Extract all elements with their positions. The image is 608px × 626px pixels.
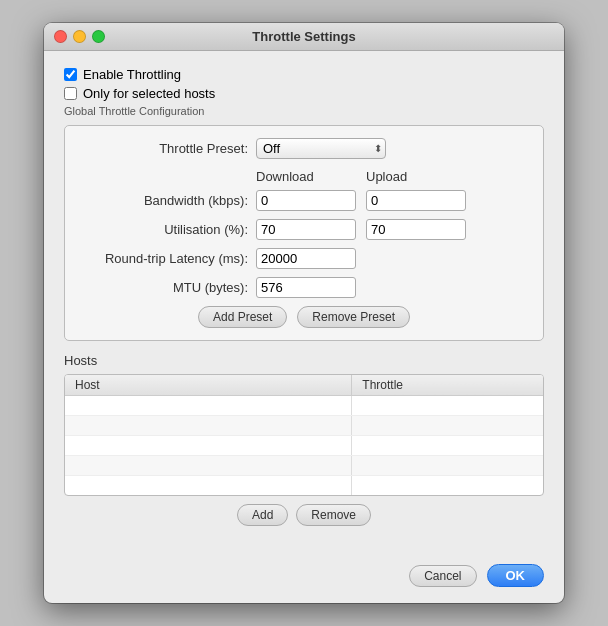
throttle-settings-window: Throttle Settings Enable Throttling Only… xyxy=(44,23,564,604)
preset-select-wrapper: Off Custom ⬍ xyxy=(256,138,386,159)
mtu-row: MTU (bytes): xyxy=(81,277,527,298)
table-row xyxy=(65,475,543,495)
utilisation-inputs xyxy=(256,219,466,240)
mtu-input[interactable] xyxy=(256,277,356,298)
only-selected-hosts-checkbox[interactable] xyxy=(64,87,77,100)
remove-preset-button[interactable]: Remove Preset xyxy=(297,306,410,328)
hosts-table: Host Throttle xyxy=(65,375,543,496)
window-title: Throttle Settings xyxy=(252,29,355,44)
host-cell xyxy=(65,455,352,475)
global-throttle-config-box: Throttle Preset: Off Custom ⬍ Download U… xyxy=(64,125,544,341)
only-selected-hosts-row: Only for selected hosts xyxy=(64,86,544,101)
preset-buttons: Add Preset Remove Preset xyxy=(81,306,527,328)
throttle-cell xyxy=(352,395,543,415)
title-bar: Throttle Settings xyxy=(44,23,564,51)
bandwidth-inputs xyxy=(256,190,466,211)
enable-throttling-checkbox[interactable] xyxy=(64,68,77,81)
throttle-preset-select[interactable]: Off Custom xyxy=(256,138,386,159)
add-preset-button[interactable]: Add Preset xyxy=(198,306,287,328)
throttle-preset-row: Throttle Preset: Off Custom ⬍ xyxy=(81,138,527,159)
hosts-section: Hosts Host Throttle xyxy=(64,353,544,527)
host-cell xyxy=(65,415,352,435)
throttle-cell xyxy=(352,455,543,475)
throttle-column-header: Throttle xyxy=(352,375,543,396)
throttle-preset-label: Throttle Preset: xyxy=(81,141,256,156)
host-cell xyxy=(65,475,352,495)
close-button[interactable] xyxy=(54,30,67,43)
minimize-button[interactable] xyxy=(73,30,86,43)
enable-throttling-label[interactable]: Enable Throttling xyxy=(83,67,181,82)
hosts-section-label: Hosts xyxy=(64,353,544,368)
bottom-bar: Cancel OK xyxy=(44,554,564,603)
bandwidth-upload-input[interactable] xyxy=(366,190,466,211)
bandwidth-row: Bandwidth (kbps): xyxy=(81,190,527,211)
traffic-lights xyxy=(54,30,105,43)
host-column-header: Host xyxy=(65,375,352,396)
upload-column-header: Upload xyxy=(366,169,476,184)
throttle-cell xyxy=(352,435,543,455)
dl-ul-headers: Download Upload xyxy=(256,169,527,184)
main-content: Enable Throttling Only for selected host… xyxy=(44,51,564,555)
hosts-buttons: Add Remove xyxy=(64,504,544,526)
add-host-button[interactable]: Add xyxy=(237,504,288,526)
utilisation-row: Utilisation (%): xyxy=(81,219,527,240)
table-row xyxy=(65,415,543,435)
download-column-header: Download xyxy=(256,169,366,184)
latency-label: Round-trip Latency (ms): xyxy=(81,251,256,266)
throttle-cell xyxy=(352,475,543,495)
latency-row: Round-trip Latency (ms): xyxy=(81,248,527,269)
host-cell xyxy=(65,435,352,455)
enable-throttling-row: Enable Throttling xyxy=(64,67,544,82)
mtu-label: MTU (bytes): xyxy=(81,280,256,295)
host-cell xyxy=(65,395,352,415)
table-row xyxy=(65,455,543,475)
cancel-button[interactable]: Cancel xyxy=(409,565,476,587)
hosts-table-wrapper: Host Throttle xyxy=(64,374,544,497)
throttle-cell xyxy=(352,415,543,435)
ok-button[interactable]: OK xyxy=(487,564,545,587)
table-row xyxy=(65,395,543,415)
global-config-section-label: Global Throttle Configuration xyxy=(64,105,544,117)
maximize-button[interactable] xyxy=(92,30,105,43)
latency-input[interactable] xyxy=(256,248,356,269)
bandwidth-download-input[interactable] xyxy=(256,190,356,211)
utilisation-label: Utilisation (%): xyxy=(81,222,256,237)
utilisation-download-input[interactable] xyxy=(256,219,356,240)
table-row xyxy=(65,435,543,455)
bandwidth-label: Bandwidth (kbps): xyxy=(81,193,256,208)
only-selected-hosts-label[interactable]: Only for selected hosts xyxy=(83,86,215,101)
remove-host-button[interactable]: Remove xyxy=(296,504,371,526)
utilisation-upload-input[interactable] xyxy=(366,219,466,240)
